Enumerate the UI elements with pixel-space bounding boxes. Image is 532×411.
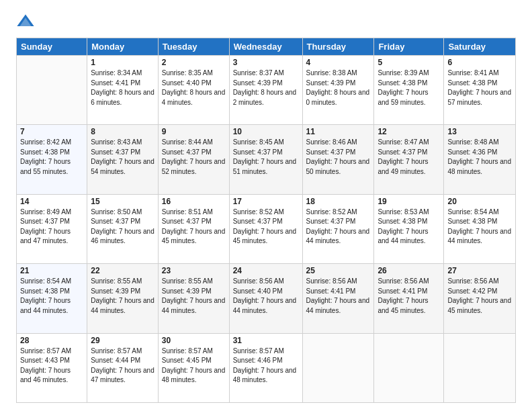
calendar-week-row: 28Sunrise: 8:57 AMSunset: 4:43 PMDayligh… [17, 333, 516, 402]
calendar-cell: 5Sunrise: 8:39 AMSunset: 4:38 PMDaylight… [374, 56, 444, 125]
calendar-week-row: 1Sunrise: 8:34 AMSunset: 4:41 PMDaylight… [17, 56, 516, 125]
day-info: Sunrise: 8:41 AMSunset: 4:38 PMDaylight:… [447, 68, 512, 107]
day-number: 1 [91, 58, 154, 67]
calendar-cell: 25Sunrise: 8:56 AMSunset: 4:41 PMDayligh… [302, 264, 374, 333]
day-info: Sunrise: 8:56 AMSunset: 4:41 PMDaylight:… [306, 277, 371, 316]
day-number: 31 [233, 336, 299, 345]
day-info: Sunrise: 8:55 AMSunset: 4:39 PMDaylight:… [91, 277, 154, 316]
calendar-cell: 29Sunrise: 8:57 AMSunset: 4:44 PMDayligh… [87, 333, 159, 402]
day-info: Sunrise: 8:55 AMSunset: 4:39 PMDaylight:… [162, 277, 226, 316]
day-number: 26 [378, 266, 440, 275]
day-info: Sunrise: 8:45 AMSunset: 4:37 PMDaylight:… [233, 138, 299, 177]
day-info: Sunrise: 8:35 AMSunset: 4:40 PMDaylight:… [162, 68, 226, 107]
day-info: Sunrise: 8:57 AMSunset: 4:44 PMDaylight:… [91, 347, 154, 385]
day-number: 8 [91, 127, 154, 136]
day-number: 3 [233, 58, 299, 67]
day-info: Sunrise: 8:56 AMSunset: 4:40 PMDaylight:… [233, 277, 299, 316]
day-info: Sunrise: 8:43 AMSunset: 4:37 PMDaylight:… [91, 138, 154, 177]
calendar-header-row: SundayMondayTuesdayWednesdayThursdayFrid… [17, 38, 516, 56]
day-info: Sunrise: 8:52 AMSunset: 4:37 PMDaylight:… [233, 208, 299, 246]
day-number: 20 [447, 197, 512, 206]
day-info: Sunrise: 8:53 AMSunset: 4:38 PMDaylight:… [378, 208, 440, 246]
calendar-cell: 3Sunrise: 8:37 AMSunset: 4:39 PMDaylight… [229, 56, 302, 125]
weekday-header: Thursday [302, 38, 374, 56]
day-info: Sunrise: 8:46 AMSunset: 4:37 PMDaylight:… [306, 138, 371, 177]
calendar-cell: 22Sunrise: 8:55 AMSunset: 4:39 PMDayligh… [87, 264, 159, 333]
day-number: 18 [306, 197, 371, 206]
day-number: 21 [20, 266, 83, 275]
calendar-cell: 28Sunrise: 8:57 AMSunset: 4:43 PMDayligh… [17, 333, 87, 402]
day-info: Sunrise: 8:48 AMSunset: 4:36 PMDaylight:… [447, 138, 512, 177]
calendar-cell: 12Sunrise: 8:47 AMSunset: 4:37 PMDayligh… [374, 125, 444, 194]
day-number: 15 [91, 197, 154, 206]
calendar-cell: 8Sunrise: 8:43 AMSunset: 4:37 PMDaylight… [87, 125, 159, 194]
day-info: Sunrise: 8:34 AMSunset: 4:41 PMDaylight:… [91, 68, 154, 107]
calendar-cell: 10Sunrise: 8:45 AMSunset: 4:37 PMDayligh… [229, 125, 302, 194]
calendar-cell: 27Sunrise: 8:56 AMSunset: 4:42 PMDayligh… [444, 264, 516, 333]
day-info: Sunrise: 8:57 AMSunset: 4:45 PMDaylight:… [162, 347, 226, 385]
calendar-cell: 26Sunrise: 8:56 AMSunset: 4:41 PMDayligh… [374, 264, 444, 333]
day-info: Sunrise: 8:49 AMSunset: 4:37 PMDaylight:… [20, 208, 83, 246]
day-number: 30 [162, 336, 226, 345]
calendar-cell: 23Sunrise: 8:55 AMSunset: 4:39 PMDayligh… [158, 264, 229, 333]
day-info: Sunrise: 8:57 AMSunset: 4:43 PMDaylight:… [20, 347, 83, 385]
calendar-cell: 7Sunrise: 8:42 AMSunset: 4:38 PMDaylight… [17, 125, 87, 194]
weekday-header: Wednesday [229, 38, 302, 56]
logo [16, 12, 38, 31]
day-number: 10 [233, 127, 299, 136]
calendar-cell: 24Sunrise: 8:56 AMSunset: 4:40 PMDayligh… [229, 264, 302, 333]
day-number: 9 [162, 127, 226, 136]
calendar-week-row: 14Sunrise: 8:49 AMSunset: 4:37 PMDayligh… [17, 194, 516, 263]
calendar-table: SundayMondayTuesdayWednesdayThursdayFrid… [16, 38, 516, 403]
day-info: Sunrise: 8:57 AMSunset: 4:46 PMDaylight:… [233, 347, 299, 385]
calendar-cell: 31Sunrise: 8:57 AMSunset: 4:46 PMDayligh… [229, 333, 302, 402]
calendar-cell [444, 333, 516, 402]
calendar-cell: 11Sunrise: 8:46 AMSunset: 4:37 PMDayligh… [302, 125, 374, 194]
calendar-cell: 16Sunrise: 8:51 AMSunset: 4:37 PMDayligh… [158, 194, 229, 263]
header [16, 12, 516, 31]
calendar-week-row: 21Sunrise: 8:54 AMSunset: 4:38 PMDayligh… [17, 264, 516, 333]
day-number: 19 [378, 197, 440, 206]
calendar-cell: 9Sunrise: 8:44 AMSunset: 4:37 PMDaylight… [158, 125, 229, 194]
weekday-header: Monday [87, 38, 159, 56]
day-info: Sunrise: 8:56 AMSunset: 4:41 PMDaylight:… [378, 277, 440, 316]
day-number: 12 [378, 127, 440, 136]
day-number: 25 [306, 266, 371, 275]
calendar-cell: 30Sunrise: 8:57 AMSunset: 4:45 PMDayligh… [158, 333, 229, 402]
page: SundayMondayTuesdayWednesdayThursdayFrid… [0, 0, 532, 411]
calendar-cell: 21Sunrise: 8:54 AMSunset: 4:38 PMDayligh… [17, 264, 87, 333]
day-number: 4 [306, 58, 371, 67]
calendar-week-row: 7Sunrise: 8:42 AMSunset: 4:38 PMDaylight… [17, 125, 516, 194]
day-info: Sunrise: 8:56 AMSunset: 4:42 PMDaylight:… [447, 277, 512, 316]
calendar-cell: 14Sunrise: 8:49 AMSunset: 4:37 PMDayligh… [17, 194, 87, 263]
day-number: 28 [20, 336, 83, 345]
day-info: Sunrise: 8:37 AMSunset: 4:39 PMDaylight:… [233, 68, 299, 107]
day-info: Sunrise: 8:38 AMSunset: 4:39 PMDaylight:… [306, 68, 371, 107]
day-number: 22 [91, 266, 154, 275]
calendar-cell: 18Sunrise: 8:52 AMSunset: 4:37 PMDayligh… [302, 194, 374, 263]
calendar-cell: 2Sunrise: 8:35 AMSunset: 4:40 PMDaylight… [158, 56, 229, 125]
calendar-cell: 1Sunrise: 8:34 AMSunset: 4:41 PMDaylight… [87, 56, 159, 125]
day-info: Sunrise: 8:39 AMSunset: 4:38 PMDaylight:… [378, 68, 440, 107]
calendar-cell: 6Sunrise: 8:41 AMSunset: 4:38 PMDaylight… [444, 56, 516, 125]
calendar-cell [374, 333, 444, 402]
day-number: 2 [162, 58, 226, 67]
day-info: Sunrise: 8:42 AMSunset: 4:38 PMDaylight:… [20, 138, 83, 177]
day-number: 7 [20, 127, 83, 136]
calendar-cell [17, 56, 87, 125]
day-info: Sunrise: 8:50 AMSunset: 4:37 PMDaylight:… [91, 208, 154, 246]
day-number: 13 [447, 127, 512, 136]
logo-icon [16, 12, 35, 31]
day-info: Sunrise: 8:51 AMSunset: 4:37 PMDaylight:… [162, 208, 226, 246]
day-info: Sunrise: 8:47 AMSunset: 4:37 PMDaylight:… [378, 138, 440, 177]
day-number: 23 [162, 266, 226, 275]
calendar-cell: 17Sunrise: 8:52 AMSunset: 4:37 PMDayligh… [229, 194, 302, 263]
day-info: Sunrise: 8:44 AMSunset: 4:37 PMDaylight:… [162, 138, 226, 177]
weekday-header: Saturday [444, 38, 516, 56]
day-number: 29 [91, 336, 154, 345]
calendar-cell: 15Sunrise: 8:50 AMSunset: 4:37 PMDayligh… [87, 194, 159, 263]
calendar-cell: 4Sunrise: 8:38 AMSunset: 4:39 PMDaylight… [302, 56, 374, 125]
day-info: Sunrise: 8:54 AMSunset: 4:38 PMDaylight:… [20, 277, 83, 316]
day-number: 11 [306, 127, 371, 136]
day-info: Sunrise: 8:54 AMSunset: 4:38 PMDaylight:… [447, 208, 512, 246]
